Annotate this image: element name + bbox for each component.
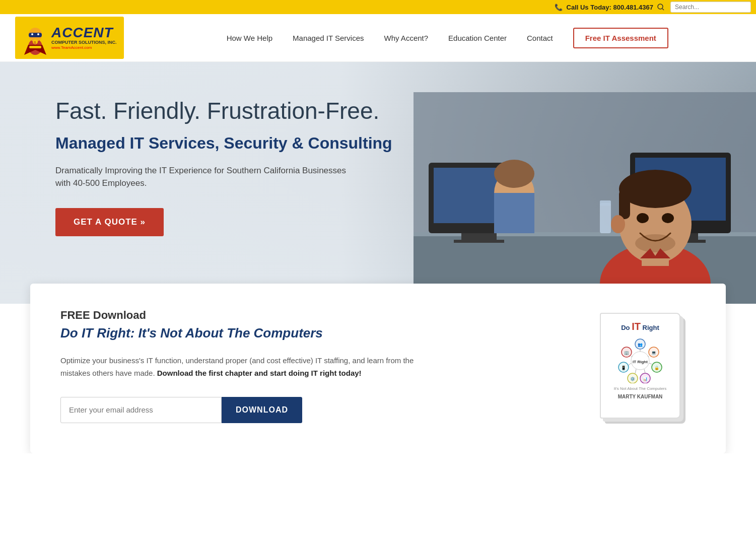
svg-point-35 xyxy=(494,160,534,188)
hero-illustration xyxy=(414,92,756,304)
book-title: Do IT Right xyxy=(621,320,659,333)
svg-text:S: S xyxy=(34,41,36,44)
svg-line-55 xyxy=(644,369,645,373)
svg-line-56 xyxy=(635,369,636,373)
hero-person-image xyxy=(414,92,756,304)
download-title: Do IT Right: It's Not About The Computer… xyxy=(60,325,565,342)
svg-point-6 xyxy=(37,33,39,35)
hero-service-title: Managed IT Services, Security & Consulti… xyxy=(55,133,392,154)
svg-point-0 xyxy=(658,4,663,9)
book-author: MARTY KAUFMAN xyxy=(618,394,663,399)
download-button[interactable]: DOWNLOAD xyxy=(222,397,302,423)
nav-contact[interactable]: Contact xyxy=(517,29,563,47)
svg-text:📱: 📱 xyxy=(621,365,626,370)
svg-text:👥: 👥 xyxy=(638,342,643,347)
search-input[interactable] xyxy=(670,2,751,13)
hero-tagline: Fast. Friendly. Frustration-Free. xyxy=(55,97,392,125)
top-bar-inner: 📞 Call Us Today: 800.481.4367 xyxy=(555,2,751,13)
nav-managed-it[interactable]: Managed IT Services xyxy=(283,29,374,47)
svg-text:🔒: 🔒 xyxy=(654,365,659,370)
download-description: Optimize your business's IT function, un… xyxy=(60,354,433,380)
top-bar: 📞 Call Us Today: 800.481.4367 xyxy=(0,0,756,14)
header: S ACCENT COMPUTER SOLUTIONS, INC. www.Te… xyxy=(0,14,756,62)
svg-point-5 xyxy=(31,33,33,35)
svg-rect-22 xyxy=(600,203,611,233)
svg-line-57 xyxy=(629,363,631,365)
main-nav: How We Help Managed IT Services Why Acce… xyxy=(144,28,741,48)
logo-brand: ACCENT xyxy=(51,26,117,40)
hero-content: Fast. Friendly. Frustration-Free. Manage… xyxy=(55,97,392,236)
svg-rect-34 xyxy=(494,193,534,233)
svg-point-32 xyxy=(635,234,675,252)
download-form: DOWNLOAD xyxy=(60,397,565,423)
book-area: Do IT Right IT Right 👥 💻 🔒 📊 xyxy=(585,313,696,419)
svg-line-1 xyxy=(662,9,664,10)
logo-box: S ACCENT COMPUTER SOLUTIONS, INC. www.Te… xyxy=(15,17,124,59)
svg-rect-28 xyxy=(619,189,630,219)
svg-text:📊: 📊 xyxy=(643,376,648,381)
svg-rect-7 xyxy=(29,46,41,48)
download-section: FREE Download Do IT Right: It's Not Abou… xyxy=(30,284,726,453)
book-cover: Do IT Right IT Right 👥 💻 🔒 📊 xyxy=(600,313,680,419)
svg-text:IT Right: IT Right xyxy=(633,360,648,364)
svg-rect-4 xyxy=(29,33,42,37)
svg-point-30 xyxy=(637,213,649,223)
svg-text:⚙️: ⚙️ xyxy=(630,376,635,381)
svg-rect-17 xyxy=(454,240,504,243)
svg-text:💻: 💻 xyxy=(651,350,656,355)
download-text-area: FREE Download Do IT Right: It's Not Abou… xyxy=(60,309,565,423)
logo-area[interactable]: S ACCENT COMPUTER SOLUTIONS, INC. www.Te… xyxy=(15,17,124,59)
superhero-icon: S xyxy=(22,21,48,55)
svg-point-31 xyxy=(662,213,674,223)
phone-icon: 📞 xyxy=(555,4,563,11)
get-quote-button[interactable]: GET A QUOTE » xyxy=(55,208,164,236)
logo-text-group: ACCENT COMPUTER SOLUTIONS, INC. www.Team… xyxy=(51,26,117,50)
email-input[interactable] xyxy=(60,397,222,423)
phone-text: Call Us Today: 800.481.4367 xyxy=(567,4,653,11)
nav-education-center[interactable]: Education Center xyxy=(438,29,517,47)
svg-rect-23 xyxy=(600,200,611,206)
nav-how-we-help[interactable]: How We Help xyxy=(217,29,283,47)
search-icon[interactable] xyxy=(657,4,664,11)
download-label: FREE Download xyxy=(60,309,565,322)
svg-point-29 xyxy=(611,215,625,233)
nav-why-accent[interactable]: Why Accent? xyxy=(374,29,439,47)
svg-text:🏢: 🏢 xyxy=(624,350,629,355)
hero-description: Dramatically Improving the IT Experience… xyxy=(55,164,348,190)
svg-line-54 xyxy=(649,363,652,364)
book-diagram: IT Right 👥 💻 🔒 📊 ⚙️ 📱 🏢 xyxy=(617,338,663,383)
logo-url: www.TeamAccent.com xyxy=(51,45,117,50)
logo-sub: COMPUTER SOLUTIONS, INC. xyxy=(51,40,117,46)
free-assessment-button[interactable]: Free IT Assessment xyxy=(573,28,668,48)
hero-section: Fast. Friendly. Frustration-Free. Manage… xyxy=(0,62,756,304)
svg-rect-16 xyxy=(461,233,497,241)
